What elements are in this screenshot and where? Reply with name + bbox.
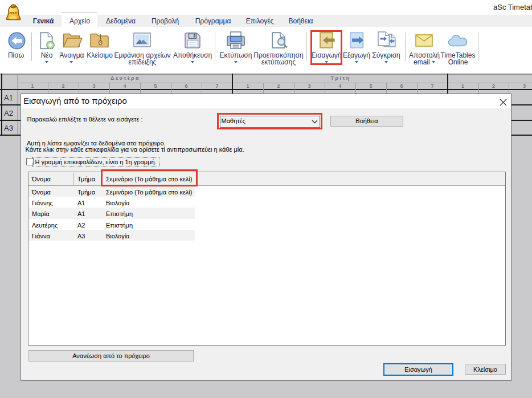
- svg-text:asc: asc: [10, 10, 18, 15]
